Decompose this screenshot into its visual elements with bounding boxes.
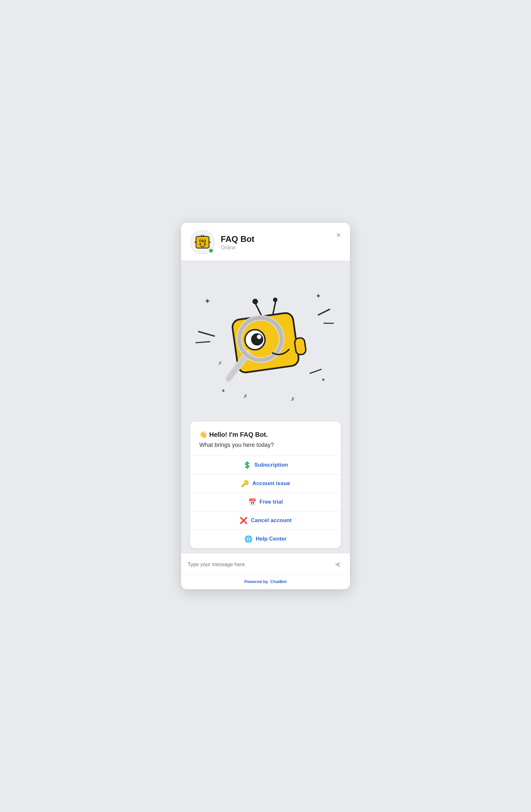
bot-status: Online [221,245,341,251]
help-center-label: Help Center [256,536,287,542]
menu-item-subscription[interactable]: 💲 Subscription [190,455,341,474]
svg-text:✦: ✦ [221,388,226,394]
svg-point-28 [273,298,278,302]
svg-point-3 [200,244,201,245]
close-button[interactable]: × [335,230,342,240]
account-issue-label: Account issue [252,480,290,487]
greeting-sub: What brings you here today? [199,442,332,449]
chat-input-area [181,553,350,576]
menu-item-free-trial[interactable]: 📅 Free trial [190,493,341,511]
chat-widget: FAQ FAQ Bot Online × [181,223,350,589]
svg-text:FAQ: FAQ [199,239,206,243]
greeting-bold: 👋 Hello! I'm FAQ Bot. [199,431,332,438]
svg-text:✗: ✗ [243,393,248,400]
message-input[interactable] [187,560,329,569]
svg-text:✗: ✗ [218,361,222,366]
cancel-account-label: Cancel account [251,517,292,524]
message-bubble-area: 👋 Hello! I'm FAQ Bot. What brings you he… [181,418,350,553]
svg-line-17 [310,369,321,373]
message-text-area: 👋 Hello! I'm FAQ Bot. What brings you he… [190,422,341,455]
svg-line-14 [196,342,210,343]
free-trial-label: Free trial [260,499,283,505]
robot-illustration: ✦ ✦ ✦ ✦ ✗ ✗ ✗ [187,271,344,415]
online-indicator [208,248,213,253]
svg-rect-33 [294,337,306,355]
menu-item-cancel-account[interactable]: ❌ Cancel account [190,511,341,530]
svg-text:✗: ✗ [291,396,295,403]
free-trial-icon: 📅 [248,499,256,505]
svg-text:✦: ✦ [316,292,321,300]
chat-header: FAQ FAQ Bot Online × [181,223,350,261]
chat-footer: Powered by ChatBot [181,576,350,589]
svg-line-25 [255,303,262,317]
svg-text:✦: ✦ [204,297,211,305]
cancel-account-icon: ❌ [239,517,248,524]
brand-name: ChatBot [270,579,287,584]
send-icon [333,560,342,569]
svg-text:✦: ✦ [321,377,325,383]
close-icon: × [336,231,341,239]
avatar-wrap: FAQ [190,230,215,255]
svg-point-4 [204,244,206,245]
svg-line-27 [271,302,277,315]
chat-body: ✦ ✦ ✦ ✦ ✗ ✗ ✗ [181,261,350,553]
message-card: 👋 Hello! I'm FAQ Bot. What brings you he… [190,422,341,548]
svg-line-13 [199,332,214,336]
help-center-icon: 🌐 [244,536,252,542]
account-issue-icon: 🔑 [241,480,249,487]
header-info: FAQ Bot Online [221,234,341,251]
menu-item-account-issue[interactable]: 🔑 Account issue [190,474,341,493]
powered-by-text: Powered by [244,579,268,584]
svg-line-15 [318,309,330,315]
menu-item-help-center[interactable]: 🌐 Help Center [190,530,341,548]
svg-point-26 [252,298,258,304]
send-button[interactable] [332,559,344,570]
subscription-label: Subscription [254,462,288,468]
subscription-icon: 💲 [243,462,251,468]
illustration-area: ✦ ✦ ✦ ✦ ✗ ✗ ✗ [181,261,350,418]
bot-name: FAQ Bot [221,234,341,244]
